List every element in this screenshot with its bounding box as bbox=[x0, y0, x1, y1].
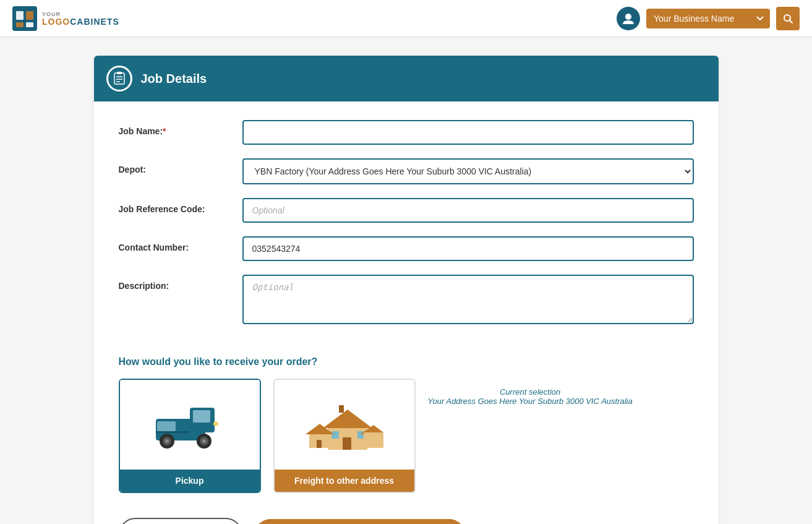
svg-rect-16 bbox=[157, 421, 176, 431]
svg-rect-23 bbox=[156, 431, 189, 433]
svg-rect-2 bbox=[26, 11, 33, 20]
header-right: Your Business Name bbox=[617, 7, 800, 30]
job-ref-label: Job Reference Code: bbox=[119, 198, 242, 214]
svg-rect-1 bbox=[16, 11, 24, 20]
create-job-button[interactable]: ✔ Create Job bbox=[255, 519, 465, 524]
freight-houses-icon bbox=[304, 391, 385, 459]
clipboard-icon bbox=[113, 72, 126, 85]
contact-row: Contact Number: bbox=[119, 236, 694, 261]
current-selection-text: Current selection bbox=[428, 387, 633, 397]
svg-point-19 bbox=[165, 439, 169, 443]
svg-rect-35 bbox=[364, 432, 383, 448]
order-section: How would you like to receive your order… bbox=[94, 356, 719, 505]
svg-line-7 bbox=[790, 20, 792, 23]
cancel-button[interactable]: ✕ Cancel bbox=[119, 518, 242, 524]
job-details-card: Job Details Job Name:* Depot: YBN Factor… bbox=[94, 56, 719, 524]
required-asterisk: * bbox=[163, 126, 166, 136]
current-address-text: Your Address Goes Here Your Suburb 3000 … bbox=[428, 397, 633, 406]
description-input[interactable] bbox=[242, 275, 694, 324]
current-selection-area: Current selection Your Address Goes Here… bbox=[428, 387, 633, 406]
card-header: Job Details bbox=[94, 56, 719, 101]
avatar bbox=[617, 7, 640, 30]
contact-label: Contact Number: bbox=[119, 236, 242, 252]
job-name-label: Job Name:* bbox=[119, 120, 242, 136]
svg-rect-32 bbox=[317, 440, 322, 448]
depot-label: Depot: bbox=[119, 158, 242, 174]
footer-buttons: ✕ Cancel ✔ Create Job bbox=[94, 505, 719, 524]
job-details-icon bbox=[106, 66, 132, 92]
svg-rect-28 bbox=[331, 431, 339, 439]
pickup-truck-icon bbox=[150, 391, 230, 459]
freight-image bbox=[275, 380, 414, 470]
pickup-label: Pickup bbox=[120, 470, 260, 492]
svg-marker-25 bbox=[323, 410, 372, 428]
svg-rect-15 bbox=[193, 410, 210, 423]
svg-rect-33 bbox=[339, 405, 344, 413]
svg-rect-24 bbox=[213, 422, 218, 426]
job-name-row: Job Name:* bbox=[119, 120, 694, 145]
card-title: Job Details bbox=[141, 72, 207, 86]
logo-text: YOUR LOGOCABINETS bbox=[42, 11, 119, 26]
svg-rect-9 bbox=[117, 72, 122, 74]
job-ref-row: Job Reference Code: bbox=[119, 198, 694, 223]
job-name-input[interactable] bbox=[242, 120, 694, 145]
search-button[interactable] bbox=[776, 7, 800, 30]
pickup-image bbox=[120, 380, 260, 470]
svg-rect-27 bbox=[343, 437, 351, 450]
logo: YOUR LOGOCABINETS bbox=[12, 6, 119, 31]
pickup-option[interactable]: Pickup bbox=[119, 379, 261, 493]
logo-icon bbox=[12, 6, 37, 31]
freight-label: Freight to other address bbox=[275, 470, 414, 492]
depot-row: Depot: YBN Factory (Your Address Goes He… bbox=[119, 158, 694, 184]
job-ref-input[interactable] bbox=[242, 198, 694, 223]
contact-input[interactable] bbox=[242, 236, 694, 261]
svg-rect-8 bbox=[114, 73, 124, 84]
freight-option[interactable]: Freight to other address bbox=[273, 379, 416, 493]
order-question: How would you like to receive your order… bbox=[119, 356, 694, 367]
business-name-select[interactable]: Your Business Name bbox=[646, 9, 770, 28]
main-content: Job Details Job Name:* Depot: YBN Factor… bbox=[82, 56, 731, 524]
app-header: YOUR LOGOCABINETS Your Business Name bbox=[0, 0, 812, 37]
description-label: Description: bbox=[119, 275, 242, 291]
order-options: Pickup bbox=[119, 379, 694, 493]
form-body: Job Name:* Depot: YBN Factory (Your Addr… bbox=[94, 101, 719, 356]
search-icon bbox=[783, 14, 793, 24]
depot-select[interactable]: YBN Factory (Your Address Goes Here Your… bbox=[242, 158, 694, 184]
svg-point-22 bbox=[202, 439, 206, 443]
description-row: Description: bbox=[119, 275, 694, 324]
svg-point-5 bbox=[625, 14, 631, 20]
svg-rect-3 bbox=[16, 22, 24, 27]
svg-rect-4 bbox=[26, 22, 33, 27]
